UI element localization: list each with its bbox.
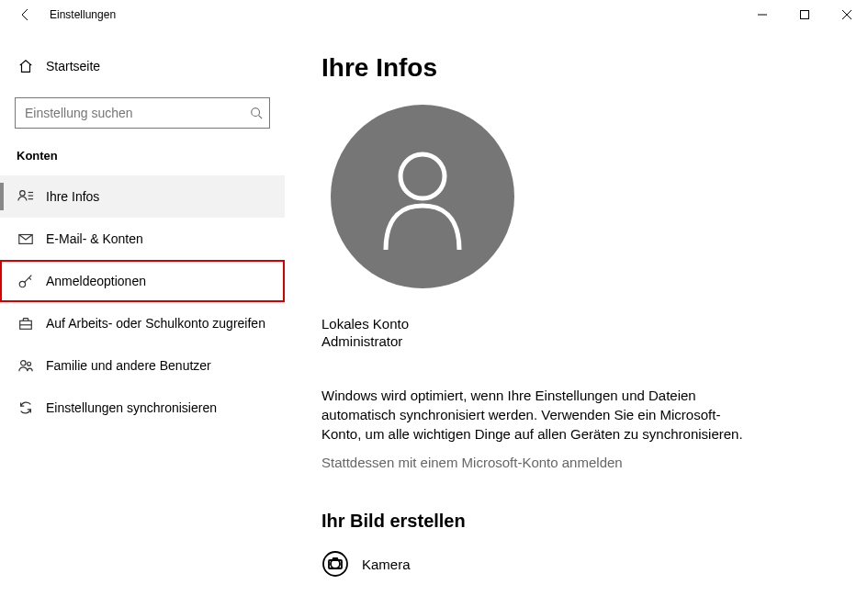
sidebar: Startseite Konten Ihre Infos E-Mail- & K… <box>0 29 285 596</box>
sidebar-item-sync[interactable]: Einstellungen synchronisieren <box>0 387 285 429</box>
account-role: Administrator <box>321 333 402 349</box>
back-button[interactable] <box>7 0 44 29</box>
camera-button[interactable]: Kamera <box>321 550 831 596</box>
sidebar-item-signin-options[interactable]: Anmeldeoptionen <box>0 260 285 302</box>
briefcase-icon <box>17 315 35 332</box>
home-button[interactable]: Startseite <box>0 48 285 84</box>
svg-point-15 <box>323 552 347 576</box>
maximize-button[interactable] <box>783 0 826 29</box>
sidebar-section-label: Konten <box>17 149 285 163</box>
key-icon <box>17 273 35 289</box>
svg-point-9 <box>19 281 25 287</box>
sidebar-item-label: Ihre Infos <box>46 189 99 204</box>
sidebar-item-label: Anmeldeoptionen <box>46 274 146 288</box>
home-label: Startseite <box>46 59 100 73</box>
close-button[interactable] <box>826 0 868 29</box>
nav-list: Ihre Infos E-Mail- & Konten Anmeldeoptio… <box>0 175 285 429</box>
camera-label: Kamera <box>362 557 411 572</box>
svg-point-12 <box>21 361 26 365</box>
sidebar-item-email-accounts[interactable]: E-Mail- & Konten <box>0 218 285 260</box>
page-title: Ihre Infos <box>321 53 831 83</box>
sync-icon <box>17 399 35 416</box>
sidebar-item-label: Familie und andere Benutzer <box>46 358 211 373</box>
avatar <box>331 105 514 288</box>
ms-account-link[interactable]: Stattdessen mit einem Microsoft-Konto an… <box>321 455 623 470</box>
account-type: Lokales Konto <box>321 316 409 332</box>
titlebar: Einstellungen <box>0 0 868 29</box>
mail-icon <box>17 231 35 247</box>
svg-rect-1 <box>801 11 809 19</box>
sync-description: Windows wird optimiert, wenn Ihre Einste… <box>321 386 753 444</box>
person-card-icon <box>17 188 35 205</box>
svg-point-4 <box>20 191 25 196</box>
home-icon <box>17 58 35 74</box>
svg-point-13 <box>28 362 31 365</box>
create-picture-heading: Ihr Bild erstellen <box>321 511 831 532</box>
search-box[interactable] <box>15 97 270 129</box>
minimize-button[interactable] <box>741 0 783 29</box>
sidebar-item-label: E-Mail- & Konten <box>46 231 143 246</box>
people-icon <box>17 357 35 374</box>
sidebar-item-family[interactable]: Familie und andere Benutzer <box>0 344 285 387</box>
main-content: Ihre Infos Lokales Konto Administrator W… <box>285 29 868 596</box>
sidebar-item-label: Einstellungen synchronisieren <box>46 400 217 415</box>
search-input[interactable] <box>15 97 270 129</box>
camera-icon <box>321 550 349 578</box>
sidebar-item-work-school[interactable]: Auf Arbeits- oder Schulkonto zugreifen <box>0 302 285 344</box>
sidebar-item-label: Auf Arbeits- oder Schulkonto zugreifen <box>46 316 265 331</box>
sidebar-item-your-info[interactable]: Ihre Infos <box>0 175 285 218</box>
svg-point-14 <box>400 154 445 198</box>
window-title: Einstellungen <box>50 8 116 21</box>
